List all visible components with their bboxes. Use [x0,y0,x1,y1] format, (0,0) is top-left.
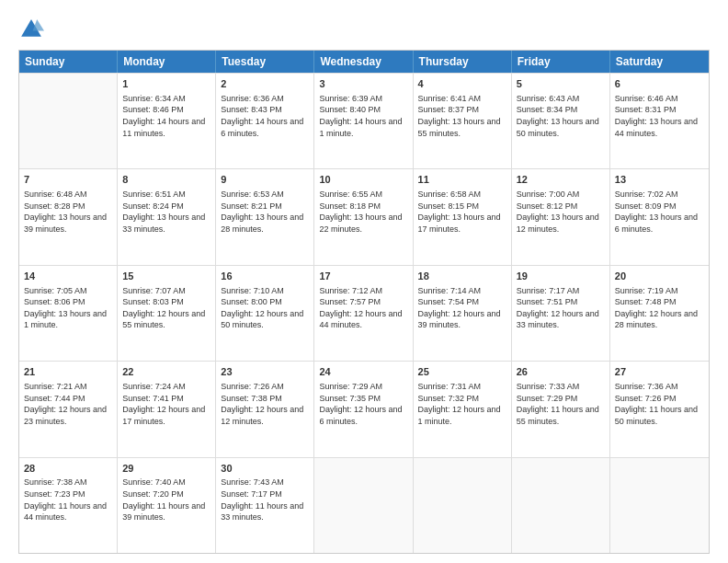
day-number: 15 [122,270,210,283]
calendar-cell: 4Sunrise: 6:41 AMSunset: 8:37 PMDaylight… [414,74,512,168]
cell-text: Sunrise: 7:17 AMSunset: 7:51 PMDaylight:… [517,285,605,331]
calendar-header-cell: Saturday [610,51,709,73]
day-number: 22 [122,365,210,379]
calendar-cell: 10Sunrise: 6:55 AMSunset: 8:18 PMDayligh… [314,169,413,264]
cell-text: Sunrise: 6:55 AMSunset: 8:18 PMDaylight:… [319,189,407,235]
cell-text: Sunrise: 7:07 AMSunset: 8:03 PMDaylight:… [122,285,210,331]
calendar-week-row: 1Sunrise: 6:34 AMSunset: 8:46 PMDaylight… [19,73,709,168]
day-number: 3 [319,77,407,91]
calendar-cell [610,458,709,553]
day-number: 23 [221,365,309,379]
cell-text: Sunrise: 7:38 AMSunset: 7:23 PMDaylight:… [24,477,112,523]
calendar-header-cell: Sunday [19,51,118,73]
day-number: 6 [615,77,704,91]
calendar-header-cell: Wednesday [314,51,413,73]
cell-text: Sunrise: 7:43 AMSunset: 7:17 PMDaylight:… [221,477,309,523]
cell-text: Sunrise: 6:41 AMSunset: 8:37 PMDaylight:… [418,93,506,139]
calendar-cell: 7Sunrise: 6:48 AMSunset: 8:28 PMDaylight… [19,169,118,264]
calendar-cell: 22Sunrise: 7:24 AMSunset: 7:41 PMDayligh… [118,362,216,456]
calendar-cell: 17Sunrise: 7:12 AMSunset: 7:57 PMDayligh… [314,266,413,361]
calendar-cell: 15Sunrise: 7:07 AMSunset: 8:03 PMDayligh… [118,266,216,361]
calendar-cell: 25Sunrise: 7:31 AMSunset: 7:32 PMDayligh… [414,362,512,456]
calendar-cell: 5Sunrise: 6:43 AMSunset: 8:34 PMDaylight… [512,74,610,168]
day-number: 19 [517,270,605,283]
calendar-cell: 6Sunrise: 6:46 AMSunset: 8:31 PMDaylight… [610,74,709,168]
cell-text: Sunrise: 6:48 AMSunset: 8:28 PMDaylight:… [24,189,112,235]
calendar-cell: 1Sunrise: 6:34 AMSunset: 8:46 PMDaylight… [118,74,216,168]
calendar-cell: 28Sunrise: 7:38 AMSunset: 7:23 PMDayligh… [19,458,118,553]
calendar-cell [19,74,118,168]
day-number: 20 [615,270,704,283]
calendar-header-cell: Tuesday [216,51,314,73]
cell-text: Sunrise: 7:02 AMSunset: 8:09 PMDaylight:… [615,189,704,235]
calendar-cell: 29Sunrise: 7:40 AMSunset: 7:20 PMDayligh… [118,458,216,553]
day-number: 2 [221,77,309,91]
calendar-cell: 9Sunrise: 6:53 AMSunset: 8:21 PMDaylight… [216,169,314,264]
cell-text: Sunrise: 6:46 AMSunset: 8:31 PMDaylight:… [615,93,704,139]
calendar-week-row: 28Sunrise: 7:38 AMSunset: 7:23 PMDayligh… [19,457,709,553]
day-number: 10 [319,173,407,187]
cell-text: Sunrise: 6:36 AMSunset: 8:43 PMDaylight:… [221,93,309,139]
day-number: 25 [418,365,506,379]
day-number: 14 [24,270,112,283]
cell-text: Sunrise: 7:00 AMSunset: 8:12 PMDaylight:… [517,189,605,235]
day-number: 28 [24,462,112,476]
cell-text: Sunrise: 7:36 AMSunset: 7:26 PMDaylight:… [615,381,704,427]
cell-text: Sunrise: 6:51 AMSunset: 8:24 PMDaylight:… [122,189,210,235]
day-number: 24 [319,365,407,379]
calendar-cell: 27Sunrise: 7:36 AMSunset: 7:26 PMDayligh… [610,362,709,456]
calendar-body: 1Sunrise: 6:34 AMSunset: 8:46 PMDaylight… [19,73,709,553]
cell-text: Sunrise: 7:33 AMSunset: 7:29 PMDaylight:… [517,381,605,427]
cell-text: Sunrise: 7:05 AMSunset: 8:06 PMDaylight:… [24,285,112,331]
calendar-cell: 26Sunrise: 7:33 AMSunset: 7:29 PMDayligh… [512,362,610,456]
cell-text: Sunrise: 6:43 AMSunset: 8:34 PMDaylight:… [517,93,605,139]
calendar-header-cell: Thursday [414,51,512,73]
calendar-cell: 11Sunrise: 6:58 AMSunset: 8:15 PMDayligh… [414,169,512,264]
calendar-cell: 8Sunrise: 6:51 AMSunset: 8:24 PMDaylight… [118,169,216,264]
cell-text: Sunrise: 7:12 AMSunset: 7:57 PMDaylight:… [319,285,407,331]
calendar-cell: 18Sunrise: 7:14 AMSunset: 7:54 PMDayligh… [414,266,512,361]
day-number: 16 [221,270,309,283]
day-number: 4 [418,77,506,91]
day-number: 13 [615,173,704,187]
day-number: 18 [418,270,506,283]
day-number: 29 [122,462,210,476]
calendar-cell: 23Sunrise: 7:26 AMSunset: 7:38 PMDayligh… [216,362,314,456]
day-number: 21 [24,365,112,379]
calendar-cell: 13Sunrise: 7:02 AMSunset: 8:09 PMDayligh… [610,169,709,264]
day-number: 26 [517,365,605,379]
day-number: 7 [24,173,112,187]
calendar-week-row: 21Sunrise: 7:21 AMSunset: 7:44 PMDayligh… [19,361,709,456]
cell-text: Sunrise: 7:21 AMSunset: 7:44 PMDaylight:… [24,381,112,427]
day-number: 9 [221,173,309,187]
cell-text: Sunrise: 6:39 AMSunset: 8:40 PMDaylight:… [319,93,407,139]
page: SundayMondayTuesdayWednesdayThursdayFrid… [0,0,728,563]
cell-text: Sunrise: 6:53 AMSunset: 8:21 PMDaylight:… [221,189,309,235]
calendar-week-row: 7Sunrise: 6:48 AMSunset: 8:28 PMDaylight… [19,168,709,264]
calendar: SundayMondayTuesdayWednesdayThursdayFrid… [18,50,710,554]
cell-text: Sunrise: 7:31 AMSunset: 7:32 PMDaylight:… [418,381,506,427]
cell-text: Sunrise: 7:26 AMSunset: 7:38 PMDaylight:… [221,381,309,427]
calendar-cell: 16Sunrise: 7:10 AMSunset: 8:00 PMDayligh… [216,266,314,361]
calendar-cell [314,458,413,553]
calendar-cell: 21Sunrise: 7:21 AMSunset: 7:44 PMDayligh… [19,362,118,456]
calendar-cell [414,458,512,553]
day-number: 5 [517,77,605,91]
header [18,17,710,42]
logo-icon [18,17,44,42]
calendar-cell: 20Sunrise: 7:19 AMSunset: 7:48 PMDayligh… [610,266,709,361]
calendar-cell: 24Sunrise: 7:29 AMSunset: 7:35 PMDayligh… [314,362,413,456]
cell-text: Sunrise: 6:34 AMSunset: 8:46 PMDaylight:… [122,93,210,139]
day-number: 27 [615,365,704,379]
day-number: 17 [319,270,407,283]
cell-text: Sunrise: 7:10 AMSunset: 8:00 PMDaylight:… [221,285,309,331]
calendar-cell: 19Sunrise: 7:17 AMSunset: 7:51 PMDayligh… [512,266,610,361]
cell-text: Sunrise: 7:29 AMSunset: 7:35 PMDaylight:… [319,381,407,427]
calendar-cell [512,458,610,553]
logo [18,17,48,42]
day-number: 12 [517,173,605,187]
day-number: 1 [122,77,210,91]
calendar-header-cell: Friday [512,51,610,73]
calendar-cell: 3Sunrise: 6:39 AMSunset: 8:40 PMDaylight… [314,74,413,168]
cell-text: Sunrise: 7:14 AMSunset: 7:54 PMDaylight:… [418,285,506,331]
